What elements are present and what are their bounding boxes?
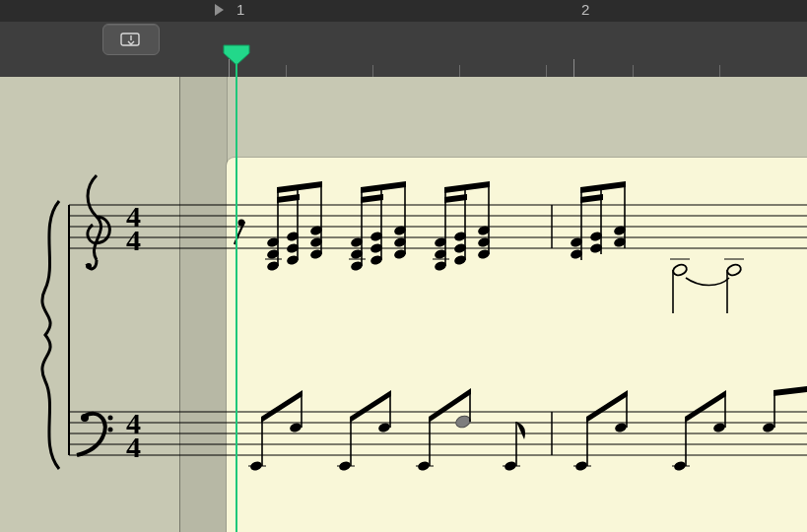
svg-marker-68 <box>580 194 603 203</box>
svg-marker-38 <box>361 194 383 203</box>
catch-playhead-button[interactable] <box>102 24 160 55</box>
svg-marker-53 <box>444 194 467 203</box>
svg-marker-67 <box>580 181 626 193</box>
svg-marker-105 <box>586 390 628 423</box>
bass-notes[interactable] <box>573 386 807 472</box>
catch-playhead-icon <box>120 32 142 47</box>
svg-point-113 <box>762 422 775 433</box>
svg-point-77 <box>726 263 743 277</box>
timeline-header: 1 2 <box>0 0 807 77</box>
svg-marker-115 <box>773 386 807 396</box>
svg-point-103 <box>614 422 628 433</box>
treble-clef-icon <box>86 175 109 269</box>
svg-point-17 <box>108 428 113 432</box>
svg-point-15 <box>81 414 89 422</box>
svg-marker-91 <box>350 390 391 423</box>
svg-point-89 <box>377 422 391 433</box>
svg-point-75 <box>672 263 689 277</box>
svg-point-16 <box>108 416 113 421</box>
svg-marker-23 <box>277 194 300 203</box>
grand-brace-icon <box>42 201 59 469</box>
treble-timesig-bottom: 4 <box>126 224 141 256</box>
ruler[interactable]: 1 2 <box>215 0 807 77</box>
bass-notes[interactable] <box>248 388 525 472</box>
score-editor[interactable]: 4 4 4 4 <box>0 77 807 532</box>
svg-marker-52 <box>444 181 490 193</box>
tied-note[interactable] <box>670 259 744 313</box>
svg-point-14 <box>86 263 92 269</box>
grand-staff: 4 4 4 4 <box>42 175 807 472</box>
bass-clef-icon <box>77 414 113 455</box>
svg-marker-22 <box>277 181 322 193</box>
ruler-play-triangle-icon <box>215 4 224 16</box>
eighth-rest-icon <box>235 220 245 245</box>
svg-marker-111 <box>685 390 726 423</box>
svg-marker-85 <box>261 390 303 423</box>
svg-point-83 <box>289 422 303 433</box>
svg-marker-37 <box>361 181 406 193</box>
bar-number-1: 1 <box>236 1 244 18</box>
svg-point-109 <box>712 422 726 433</box>
bar-number-2: 2 <box>581 1 589 18</box>
bass-timesig-bottom: 4 <box>126 431 141 463</box>
